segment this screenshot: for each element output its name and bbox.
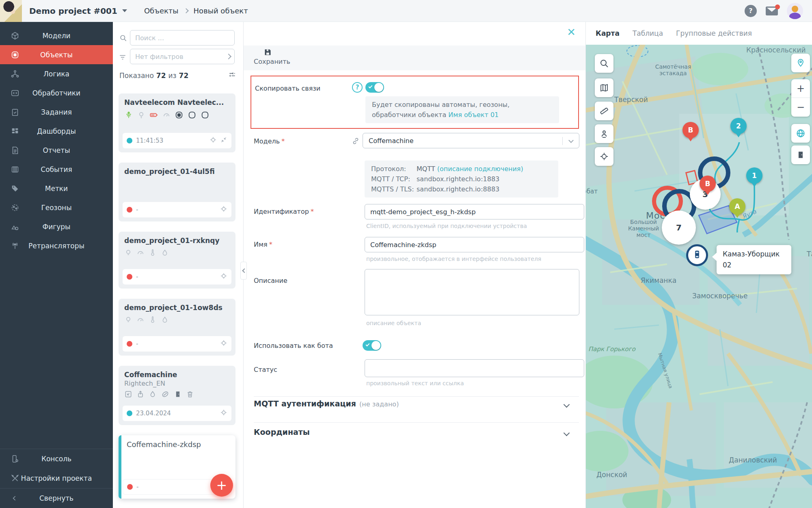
tab-group-actions[interactable]: Групповые действия <box>676 29 752 37</box>
map-pin-1[interactable]: 1 <box>746 167 762 184</box>
sidebar-item-console[interactable]: Консоль <box>0 449 113 469</box>
collapse-arrows-icon[interactable] <box>220 136 227 145</box>
sidebar-item-shapes[interactable]: Фигуры <box>0 217 113 236</box>
status-input[interactable] <box>365 359 584 377</box>
add-object-button[interactable]: + <box>210 474 233 497</box>
map-pin-2[interactable]: 2 <box>730 118 747 134</box>
sidebar-item-handlers[interactable]: Обработчики <box>0 83 113 102</box>
section-coordinates[interactable]: Координаты <box>254 428 310 436</box>
map-search-button[interactable] <box>595 54 613 73</box>
connection-description-link[interactable]: (описание подключения) <box>437 165 523 173</box>
map-ruler-button[interactable] <box>595 102 613 120</box>
vehicle-number: 02 <box>723 260 785 271</box>
sidebar-item-objects[interactable]: Объекты <box>0 45 113 64</box>
sidebar-item-tasks[interactable]: Задания <box>0 102 113 122</box>
cluster-count: 7 <box>676 223 682 232</box>
help-icon[interactable]: ? <box>745 5 757 17</box>
sidebar-item-logic[interactable]: Логика <box>0 64 113 83</box>
tab-map[interactable]: Карта <box>596 29 620 37</box>
vehicle-marker[interactable] <box>686 244 708 266</box>
sidebar-item-project-settings[interactable]: Настройки проекта <box>0 469 113 488</box>
filter-input[interactable] <box>130 49 235 64</box>
sidebar-item-models[interactable]: Модели <box>0 26 113 45</box>
save-button[interactable]: Сохранить <box>254 48 290 65</box>
battery-red-icon <box>149 111 158 121</box>
object-card[interactable]: demo_project_01-1ow8ds - <box>119 299 235 356</box>
object-card[interactable]: Coffemachine Rightech_EN 23.04.2024 <box>119 366 235 425</box>
chevron-right-icon <box>184 8 189 13</box>
close-icon[interactable]: ✕ <box>567 26 576 38</box>
model-select[interactable]: Coffemachine <box>363 133 579 148</box>
status-dot <box>127 341 132 347</box>
identifier-input[interactable] <box>365 204 584 219</box>
locate-icon[interactable] <box>220 205 227 214</box>
share-icon[interactable] <box>136 390 145 400</box>
sidebar-item-tags[interactable]: Метки <box>0 179 113 198</box>
locate-icon[interactable] <box>220 409 227 418</box>
help-icon[interactable]: ? <box>352 82 363 93</box>
mail-icon[interactable] <box>766 7 778 15</box>
map-person-pin-button[interactable] <box>595 124 613 143</box>
map-pin-A[interactable]: A <box>729 198 745 215</box>
import-icon[interactable] <box>124 390 132 400</box>
coffee-bean-icon[interactable] <box>161 390 170 400</box>
bot-label: Использовать как бота <box>254 342 333 350</box>
bulb-icon <box>137 111 145 121</box>
map-pin-B[interactable]: B <box>700 176 716 192</box>
user-avatar[interactable] <box>787 3 803 19</box>
object-card[interactable]: demo_project_01-rxknqy - <box>119 232 235 289</box>
last-activity: 11:41:53 <box>136 137 163 144</box>
breadcrumb-objects[interactable]: Объекты <box>144 7 179 15</box>
tab-table[interactable]: Таблица <box>633 29 663 37</box>
object-status-bar: - <box>123 269 231 284</box>
search-input[interactable] <box>130 30 235 46</box>
map-canvas[interactable]: Красносельский Самотёчная эстакада Тверс… <box>586 45 812 508</box>
copy-links-toggle[interactable] <box>365 82 384 93</box>
sidebar-item-dashboards[interactable]: Дашборды <box>0 122 113 141</box>
description-textarea[interactable] <box>365 269 579 315</box>
sidebar-item-geozones[interactable]: Геозоны <box>0 198 113 217</box>
status-hint: произвольный текст или ссылка <box>366 380 464 386</box>
locate-icon[interactable] <box>220 272 227 281</box>
collapse-list-handle[interactable] <box>240 262 247 280</box>
sidebar-label: Отчеты <box>0 141 113 160</box>
object-card[interactable]: demo_project_01-4ul5fi - <box>119 163 235 221</box>
chevron-down-icon[interactable] <box>564 402 570 408</box>
name-input[interactable] <box>365 237 584 252</box>
last-activity: 23.04.2024 <box>136 410 171 417</box>
zoom-out-button[interactable]: − <box>791 98 810 117</box>
marker-cluster[interactable]: 7 <box>662 211 696 245</box>
bot-toggle[interactable] <box>363 340 381 351</box>
map-panel: Карта Таблица Групповые действия <box>585 22 812 508</box>
last-activity: - <box>136 483 138 491</box>
sidebar-item-events[interactable]: События <box>0 160 113 179</box>
droplet-icon <box>161 249 169 258</box>
map-layers-button[interactable] <box>595 78 613 97</box>
sidebar-item-reports[interactable]: Отчеты <box>0 141 113 160</box>
filter-icon <box>119 54 126 61</box>
locate-icon[interactable] <box>220 339 227 348</box>
project-switcher[interactable]: Demo project #001 <box>29 6 127 16</box>
map-pin-mode-button[interactable] <box>791 54 810 72</box>
zoom-in-button[interactable]: + <box>791 79 810 98</box>
form-toolbar: Сохранить <box>244 46 585 70</box>
chevron-down-icon[interactable] <box>564 430 570 436</box>
sidebar-collapse-button[interactable]: Свернуть <box>0 488 113 508</box>
list-settings-icon[interactable] <box>228 71 236 79</box>
map-locate-button[interactable] <box>595 147 613 166</box>
object-name-link[interactable]: Имя объект 01 <box>448 111 499 119</box>
app-logo[interactable] <box>0 0 22 22</box>
sidebar-item-retranslators[interactable]: Ретрансляторы <box>0 236 113 255</box>
link-icon[interactable] <box>352 137 360 145</box>
section-mqtt-auth[interactable]: MQTT аутентификация(не задано) <box>254 399 399 408</box>
trash-icon[interactable] <box>186 390 194 400</box>
door-icon[interactable] <box>174 390 182 400</box>
check-icon <box>369 85 373 89</box>
droplet-icon[interactable] <box>149 390 157 400</box>
map-globe-button[interactable] <box>791 124 810 143</box>
object-card[interactable]: Navteelecom Navteelec... 11:41:53 <box>119 93 235 152</box>
map-pin-B[interactable]: B <box>682 122 699 138</box>
sidebar-label: Метки <box>0 179 113 198</box>
locate-icon[interactable] <box>209 136 217 145</box>
map-exit-door-button[interactable] <box>791 145 810 164</box>
